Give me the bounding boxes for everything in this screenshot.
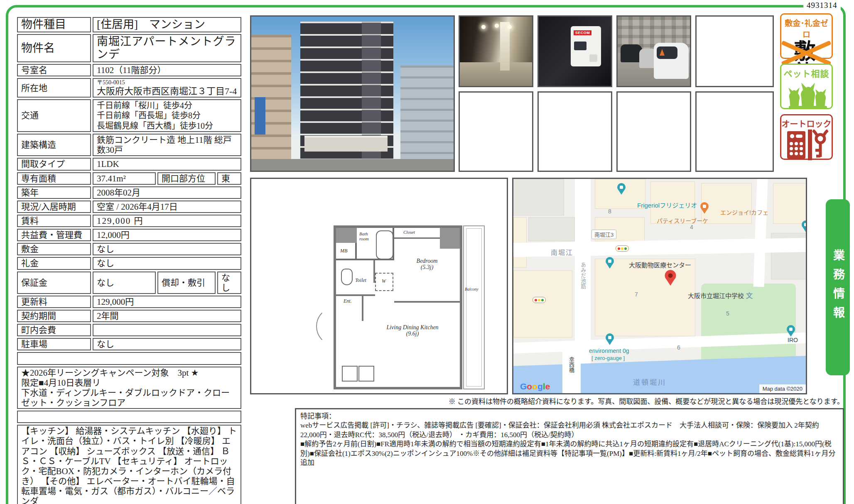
table-row: 築年 2008年02月: [17, 186, 241, 199]
row-label: 共益費・管理費: [17, 229, 91, 241]
bedroom-size: (5.3j): [421, 264, 434, 270]
toilet-wall: [373, 260, 375, 283]
kitchen-stove: [358, 366, 374, 382]
empty-photo-frame: [537, 91, 612, 172]
row-label: 契約期間: [17, 310, 91, 322]
remarks-line: 下水道・ディンプルキー・ダブルロックドア・クローゼット・クッションフロア: [21, 388, 237, 408]
map-label-frigeriol: Frigeriolフリジェリオ: [637, 201, 697, 209]
closet-label: Closet: [403, 230, 415, 235]
toilet-wall: [336, 294, 375, 296]
room-number-value: 1102（11階部分）: [93, 64, 241, 76]
disclaimer-notice: ※ この資料は物件の概略紹介資料になります。写真、間取図面、設備、概要などが現況…: [449, 396, 844, 406]
ldk-label: Living Dining Kitchen (9.6j): [373, 324, 452, 337]
key-money-value: なし: [93, 257, 241, 269]
badge-title: ペット相談: [781, 67, 832, 79]
property-flyer-page: { "doc_number": "4931314", "side_tab": "…: [0, 0, 854, 504]
bridge-name-label: 幸西橋: [567, 357, 575, 373]
section-header-row: 設 備: [17, 411, 241, 423]
map-label-amidaike-street: あみだ池筋: [579, 262, 587, 289]
row-label: 建築構造: [17, 134, 91, 156]
row-label: 町内会費: [17, 324, 91, 336]
map-label-school: 大阪市立堀江中学校: [688, 291, 744, 300]
traffic-signal-icon: [616, 245, 629, 252]
autolock-intercom-key-icon: [784, 130, 829, 160]
parking-value: なし: [93, 338, 241, 350]
opening-direction-value: 東: [217, 172, 241, 185]
property-detail-table: 物件種目 [住居用] マンション 物件名 南堀江アパートメントグランデ 号室名 …: [15, 15, 243, 504]
ceiling-light: [508, 25, 512, 29]
place-pin: [802, 220, 807, 232]
map-label-number: 8: [608, 208, 611, 215]
rent-value: 129,000 円: [93, 215, 241, 227]
empty-photo-frame: [616, 91, 691, 172]
transport-line: 千日前線「桜川」徒歩4分: [97, 100, 237, 110]
row-label: 駐車場: [17, 338, 91, 350]
row-label: 保証金: [17, 272, 91, 294]
opening-direction-label: 開口部方位: [157, 172, 216, 185]
interior-corridor-photo: [459, 15, 533, 87]
business-info-tab[interactable]: 業務情報: [826, 199, 850, 375]
entrance-canopy: [304, 136, 388, 152]
row-label: 敷金: [17, 243, 91, 255]
map-label-number: 7: [635, 291, 638, 298]
amortization-value: なし: [217, 272, 241, 294]
google-letter: e: [545, 382, 550, 391]
empty-photo-frame: [695, 91, 774, 172]
table-row: 更新料 129,000円: [17, 296, 241, 308]
remarks-content: ★2026年リーシングキャンペーン対象 3pt ★ 限定■4月10日表層リ 下水…: [17, 367, 241, 409]
table-row: 所在地 〒550-0015 大阪府大阪市西区南堀江３丁目7-4: [17, 78, 241, 98]
map-label-iro: IRO: [788, 337, 798, 343]
occupancy-value: 空室 / 2026年4月17日: [93, 201, 241, 213]
property-location-pin: [665, 270, 676, 285]
no-deposit-key-money-badge: 敷金･礼金ゼロ 敷礼: [780, 13, 833, 59]
building-exterior-photo: [250, 15, 455, 172]
table-row: 間取タイプ 1LDK: [17, 158, 241, 170]
address-text: 大阪府大阪市西区南堀江３丁目7-4: [97, 86, 237, 96]
pipe-space: [336, 228, 357, 243]
section-header-row: 備 考: [17, 352, 241, 365]
layout-type-value: 1LDK: [93, 158, 241, 170]
table-row: 駐車場 なし: [17, 338, 241, 350]
table-row: 号室名 1102（11階部分）: [17, 64, 241, 76]
map-label-number: 4: [690, 224, 693, 230]
traffic-signal-icon: [533, 297, 546, 303]
pet-negotiable-badge: ペット相談: [780, 64, 833, 109]
row-label: 現況/入居時期: [17, 201, 91, 213]
deposit-value: なし: [93, 243, 241, 255]
map-building-block: [701, 183, 752, 224]
bathtub: [376, 230, 393, 259]
row-label: 賃料: [17, 215, 91, 227]
kitchen-sink: [342, 366, 358, 382]
map-label-minamihorie3: 南堀江3: [591, 230, 616, 239]
table-row: 礼金 なし: [17, 257, 241, 269]
ceiling-light: [495, 24, 499, 28]
google-letter: o: [527, 382, 532, 391]
google-letter: o: [532, 382, 537, 391]
map-label-minamihorie: 南堀江: [551, 247, 573, 257]
business-info-tab-label: 業務情報: [829, 249, 846, 325]
row-label: 礼金: [17, 257, 91, 269]
intercom-button: [589, 54, 597, 61]
security-intercom-panel: SECOM: [571, 26, 601, 66]
special-notes-paragraph: webサービス広告掲載 [許可]・チラシ、雑誌等掲載広告 [要確認]・保証会社：…: [300, 421, 839, 440]
row-label: 更新料: [17, 296, 91, 308]
remarks-header: 備 考: [17, 352, 241, 365]
map-label-enjoy-cafe: エンジョイ!カフェ: [720, 208, 768, 216]
map-label-env0g: environment 0g: [589, 347, 629, 354]
empty-photo-frame: [459, 91, 533, 172]
balcony-label: Balcony: [465, 287, 479, 291]
bedroom-partition-wall: [394, 301, 462, 303]
vet-place-pin: [606, 257, 614, 268]
table-row: 物件種目 [住居用] マンション: [17, 17, 241, 32]
iro-place-pin: [787, 325, 795, 336]
map-label-patisserie: パティスリーブーケ: [657, 216, 708, 225]
row-label: 物件種目: [17, 17, 91, 32]
building-signboard: [255, 97, 265, 135]
table-row: 現況/入居時期 空室 / 2026年4月17日: [17, 201, 241, 213]
street-parking-photo: [616, 15, 691, 87]
entrance-door-swing: [316, 307, 355, 346]
map-label-zerogauge: [ zero-gauge ]: [591, 355, 625, 361]
property-name-value: 南堀江アパートメントグランデ: [93, 34, 241, 62]
table-row: 敷金 なし: [17, 243, 241, 255]
contract-period-value: 2年間: [93, 310, 241, 322]
